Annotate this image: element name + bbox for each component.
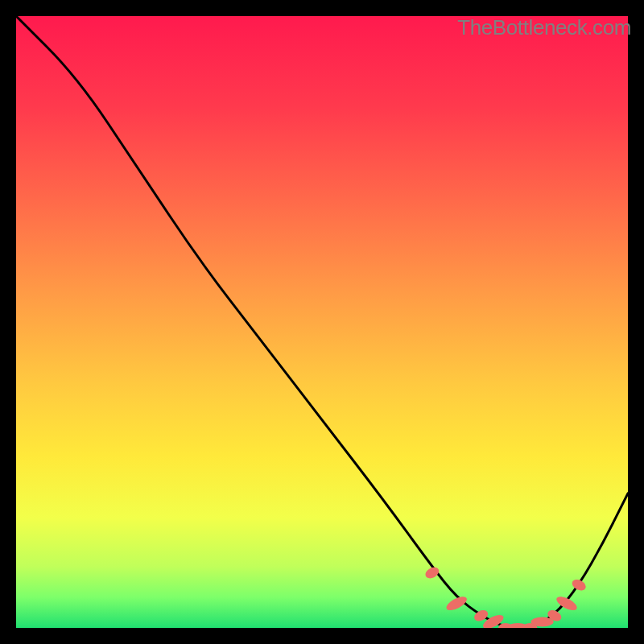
plot-area: TheBottleneck.com [16, 16, 628, 628]
optimal-point [444, 594, 469, 613]
optimal-point [555, 594, 579, 613]
watermark-text: TheBottleneck.com [457, 16, 631, 39]
optimal-points [16, 16, 628, 628]
optimal-point [423, 565, 441, 580]
chart-container: TheBottleneck.com [0, 0, 644, 644]
optimal-point [570, 577, 588, 592]
